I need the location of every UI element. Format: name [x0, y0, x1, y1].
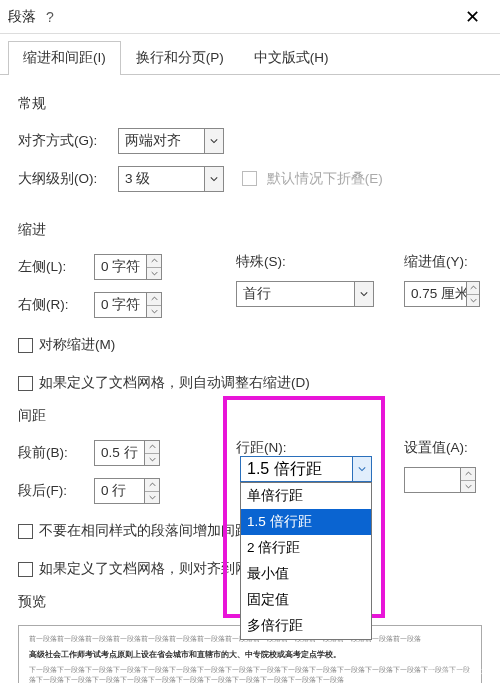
line-spacing-combo-open[interactable]: 1.5 倍行距 单倍行距 1.5 倍行距 2 倍行距 最小值 固定值 多倍行距 [240, 456, 372, 640]
special-label: 特殊(S): [236, 253, 386, 271]
collapse-default-checkbox [242, 171, 257, 186]
indent-value-spinner[interactable]: 0.75 厘米 [404, 281, 480, 307]
spinner-up-icon[interactable] [467, 282, 479, 295]
outline-level-label: 大纲级别(O): [18, 170, 118, 188]
close-button[interactable]: ✕ [453, 2, 492, 32]
spinner-down-icon[interactable] [147, 306, 161, 318]
spinner-up-icon[interactable] [147, 255, 161, 268]
alignment-value: 两端对齐 [118, 128, 204, 154]
space-after-spinner[interactable]: 0 行 [94, 478, 160, 504]
spinner-up-icon[interactable] [147, 293, 161, 306]
option-at-least[interactable]: 最小值 [241, 561, 371, 587]
option-single[interactable]: 单倍行距 [241, 483, 371, 509]
spinner-down-icon[interactable] [145, 454, 159, 466]
section-spacing: 间距 [18, 407, 482, 425]
tab-line-page-breaks[interactable]: 换行和分页(P) [121, 41, 239, 75]
collapse-default-label: 默认情况下折叠(E) [267, 171, 383, 186]
spinner-down-icon[interactable] [467, 295, 479, 307]
tab-indent-spacing[interactable]: 缩进和间距(I) [8, 41, 121, 75]
spinner-up-icon[interactable] [461, 468, 475, 481]
line-spacing-options: 单倍行距 1.5 倍行距 2 倍行距 最小值 固定值 多倍行距 [240, 482, 372, 640]
set-value-label: 设置值(A): [404, 439, 482, 457]
line-spacing-value: 1.5 倍行距 [240, 456, 352, 482]
section-indent: 缩进 [18, 221, 482, 239]
chevron-down-icon[interactable] [204, 128, 224, 154]
snap-grid-checkbox[interactable] [18, 562, 33, 577]
indent-left-label: 左侧(L): [18, 258, 94, 276]
chevron-down-icon[interactable] [352, 456, 372, 482]
indent-value-label: 缩进值(Y): [404, 253, 482, 271]
no-same-style-space-label: 不要在相同样式的段落间增加间距 [39, 522, 249, 540]
chevron-down-icon[interactable] [204, 166, 224, 192]
option-double[interactable]: 2 倍行距 [241, 535, 371, 561]
help-button[interactable]: ? [36, 5, 64, 29]
snap-grid-label: 如果定义了文档网格，则对齐到网格 [39, 560, 263, 578]
option-multiple[interactable]: 多倍行距 [241, 613, 371, 639]
mirror-indent-checkbox[interactable] [18, 338, 33, 353]
outline-level-combo[interactable]: 3 级 [118, 166, 224, 192]
alignment-label: 对齐方式(G): [18, 132, 118, 150]
indent-right-spinner[interactable]: 0 字符 [94, 292, 162, 318]
space-after-label: 段后(F): [18, 482, 94, 500]
set-value-spinner[interactable] [404, 467, 480, 493]
indent-left-spinner[interactable]: 0 字符 [94, 254, 162, 280]
tab-strip: 缩进和间距(I) 换行和分页(P) 中文版式(H) [0, 34, 500, 75]
space-before-label: 段前(B): [18, 444, 94, 462]
space-before-spinner[interactable]: 0.5 行 [94, 440, 160, 466]
special-indent-combo[interactable]: 首行 [236, 281, 376, 307]
watermark: @ 偶西小嗒嗒 [425, 666, 494, 681]
indent-right-label: 右侧(R): [18, 296, 94, 314]
line-spacing-label: 行距(N): [236, 439, 386, 457]
chevron-down-icon[interactable] [354, 281, 374, 307]
option-1-5[interactable]: 1.5 倍行距 [241, 509, 371, 535]
spinner-down-icon[interactable] [461, 481, 475, 493]
tab-asian-typography[interactable]: 中文版式(H) [239, 41, 344, 75]
spinner-up-icon[interactable] [145, 479, 159, 492]
alignment-combo[interactable]: 两端对齐 [118, 128, 224, 154]
section-general: 常规 [18, 95, 482, 113]
outline-value: 3 级 [118, 166, 204, 192]
spinner-down-icon[interactable] [147, 268, 161, 280]
grid-indent-label: 如果定义了文档网格，则自动调整右缩进(D) [39, 374, 310, 392]
no-same-style-space-checkbox[interactable] [18, 524, 33, 539]
mirror-indent-label: 对称缩进(M) [39, 336, 115, 354]
spinner-down-icon[interactable] [145, 492, 159, 504]
option-exactly[interactable]: 固定值 [241, 587, 371, 613]
dialog-title: 段落 [8, 8, 36, 26]
spinner-up-icon[interactable] [145, 441, 159, 454]
grid-indent-checkbox[interactable] [18, 376, 33, 391]
